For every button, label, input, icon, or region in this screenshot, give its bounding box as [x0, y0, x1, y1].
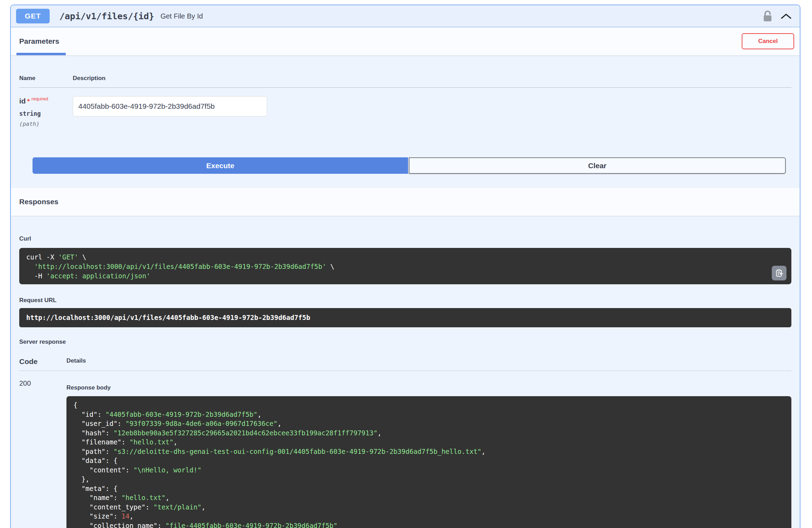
parameter-description-cell: [73, 96, 791, 127]
cancel-button[interactable]: Cancel: [742, 33, 794, 49]
chevron-up-icon: [780, 13, 792, 19]
responses-title: Responses: [19, 198, 58, 206]
parameter-location: (path): [19, 121, 73, 127]
code-column-header: Code: [19, 357, 66, 366]
responses-area: Curl curl -X 'GET' \ 'http://localhost:3…: [11, 216, 800, 528]
execute-row: Execute Clear: [33, 157, 786, 174]
details-column-header: Details: [66, 357, 791, 366]
parameters-title: Parameters: [19, 37, 59, 45]
required-star: *: [27, 98, 30, 105]
curl-code-block: curl -X 'GET' \ 'http://localhost:3000/a…: [19, 248, 791, 284]
parameters-section-header: Parameters Cancel: [11, 27, 800, 55]
status-code: 200: [19, 379, 66, 528]
request-url-label: Request URL: [19, 297, 791, 304]
name-column-header: Name: [19, 75, 73, 82]
active-tab-indicator: [16, 53, 66, 55]
copy-to-clipboard-button[interactable]: [772, 266, 786, 280]
unlock-icon: [762, 10, 773, 22]
endpoint-path: /api/v1/files/{id}: [59, 11, 154, 21]
server-response-table-header: Code Details: [19, 357, 791, 371]
parameter-type: string: [19, 110, 73, 117]
method-badge: GET: [16, 9, 50, 23]
clear-button[interactable]: Clear: [409, 157, 786, 174]
operation-header[interactable]: GET /api/v1/files/{id} Get File By Id: [11, 5, 800, 27]
server-response-label: Server response: [19, 338, 791, 345]
parameter-name-cell: id*required string (path): [19, 96, 73, 127]
server-response-row: 200 Response body { "id": "4405fabb-603e…: [19, 371, 791, 528]
responses-section-header: Responses: [11, 188, 800, 216]
required-label: required: [31, 96, 48, 101]
response-body-code-block: { "id": "4405fabb-603e-4919-972b-2b39d6a…: [66, 396, 791, 528]
response-body-label: Response body: [66, 384, 791, 391]
collapse-button[interactable]: [780, 13, 792, 19]
clipboard-copy-icon: [775, 269, 784, 278]
parameters-table-header: Name Description: [19, 75, 791, 88]
description-column-header: Description: [73, 75, 791, 82]
curl-code-lines: curl -X 'GET' \ 'http://localhost:3000/a…: [26, 252, 784, 281]
authorize-button[interactable]: [762, 10, 773, 22]
execute-button[interactable]: Execute: [33, 157, 408, 174]
request-url-value: http://localhost:3000/api/v1/files/4405f…: [19, 308, 791, 327]
response-details-cell: Response body { "id": "4405fabb-603e-491…: [66, 379, 791, 528]
parameters-area: Name Description id*required string (pat…: [11, 55, 800, 174]
curl-label: Curl: [19, 235, 31, 242]
endpoint-summary: Get File By Id: [161, 12, 203, 20]
operation-block-get: GET /api/v1/files/{id} Get File By Id Pa…: [10, 5, 800, 528]
parameter-id-input[interactable]: [73, 96, 267, 116]
parameter-name: id*required: [19, 96, 73, 105]
parameter-row: id*required string (path): [19, 88, 791, 127]
